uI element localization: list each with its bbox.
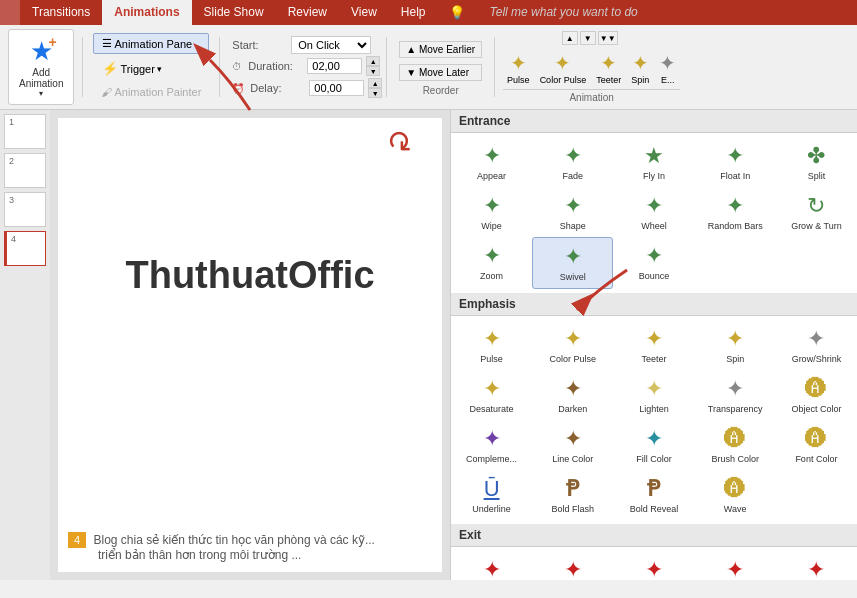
spin-preview[interactable]: ✦ Spin <box>627 49 653 87</box>
anim-preview-row: ✦ Pulse ✦ Color Pulse ✦ Teeter ✦ Spin <box>503 49 680 87</box>
anim-line-color[interactable]: ✦ Line Color <box>532 420 613 470</box>
delay-arrows: ▲ ▼ <box>368 78 382 98</box>
slide-thumb-1[interactable]: 1 <box>4 114 46 149</box>
effect5-label: E... <box>661 75 675 85</box>
anim-bounce[interactable]: ✦ Bounce <box>613 237 694 289</box>
pulse-icon: ✦ <box>483 326 501 352</box>
anim-swivel[interactable]: ✦ Swivel <box>532 237 613 289</box>
tab-review[interactable]: Review <box>276 0 339 25</box>
pulse-label: Pulse <box>507 75 530 85</box>
anim-exit-3[interactable]: ✦ <box>613 551 694 580</box>
teeter-preview[interactable]: ✦ Teeter <box>592 49 625 87</box>
duration-up[interactable]: ▲ <box>366 56 380 66</box>
anim-exit-1[interactable]: ✦ <box>451 551 532 580</box>
anim-split[interactable]: ✤ Split <box>776 137 857 187</box>
start-select[interactable]: On Click With Previous After Previous <box>291 36 371 54</box>
anim-exit-5[interactable]: ✦ <box>776 551 857 580</box>
anim-spin[interactable]: ✦ Spin <box>695 320 776 370</box>
spin-label: Spin <box>631 75 649 85</box>
line-color-icon: ✦ <box>564 426 582 452</box>
tab-slideshow[interactable]: Slide Show <box>192 0 276 25</box>
add-animation-label: AddAnimation <box>19 67 63 89</box>
anim-grow-shrink[interactable]: ✦ Grow/Shrink <box>776 320 857 370</box>
animation-dropdown-panel: Entrance ✦ Appear ✦ Fade ★ Fly In ✦ Floa… <box>450 110 857 580</box>
separator-2 <box>219 37 220 97</box>
anim-bold-reveal[interactable]: Ᵽ Bold Reveal <box>613 470 694 520</box>
desaturate-icon: ✦ <box>483 376 501 402</box>
slide-thumb-2[interactable]: 2 <box>4 153 46 188</box>
slide-thumb-3[interactable]: 3 <box>4 192 46 227</box>
color-pulse-preview[interactable]: ✦ Color Pulse <box>536 49 591 87</box>
entrance-header: Entrance <box>451 110 857 133</box>
slide-thumb-4[interactable]: 4 <box>4 231 46 266</box>
anim-brush-color[interactable]: 🅐 Brush Color <box>695 420 776 470</box>
underline-icon: Ū <box>484 476 500 502</box>
anim-darken[interactable]: ✦ Darken <box>532 370 613 420</box>
duration-down[interactable]: ▼ <box>366 66 380 76</box>
appear-icon: ✦ <box>483 143 501 169</box>
spin-icon: ✦ <box>726 326 744 352</box>
anim-appear[interactable]: ✦ Appear <box>451 137 532 187</box>
anim-transparency[interactable]: ✦ Transparency <box>695 370 776 420</box>
add-animation-button[interactable]: ★ + AddAnimation ▾ <box>8 29 74 105</box>
tab-help[interactable]: Help <box>389 0 438 25</box>
lighten-icon: ✦ <box>645 376 663 402</box>
tab-view[interactable]: View <box>339 0 389 25</box>
scroll-down-btn[interactable]: ▼ <box>580 31 596 45</box>
anim-exit-4[interactable]: ✦ <box>695 551 776 580</box>
anim-random-bars[interactable]: ✦ Random Bars <box>695 187 776 237</box>
animation-painter-button[interactable]: 🖌 Animation Painter <box>93 83 209 101</box>
color-pulse-icon: ✦ <box>554 51 571 75</box>
tab-home[interactable] <box>0 0 20 25</box>
anim-underline[interactable]: Ū Underline <box>451 470 532 520</box>
anim-shape[interactable]: ✦ Shape <box>532 187 613 237</box>
red-arrow-top: ↻ <box>387 123 412 158</box>
anim-wheel[interactable]: ✦ Wheel <box>613 187 694 237</box>
anim-fill-color[interactable]: ✦ Fill Color <box>613 420 694 470</box>
timing-panel: Start: On Click With Previous After Prev… <box>232 36 382 98</box>
anim-bold-flash[interactable]: Ᵽ Bold Flash <box>532 470 613 520</box>
tab-tellme[interactable]: Tell me what you want to do <box>477 0 649 25</box>
add-animation-dropdown-arrow: ▾ <box>39 89 43 98</box>
expand-btn[interactable]: ▼▼ <box>598 31 618 45</box>
move-later-button[interactable]: ▼ Move Later <box>399 64 482 81</box>
anim-desaturate[interactable]: ✦ Desaturate <box>451 370 532 420</box>
anim-wipe[interactable]: ✦ Wipe <box>451 187 532 237</box>
anim-object-color[interactable]: 🅐 Object Color <box>776 370 857 420</box>
tab-transitions[interactable]: Transitions <box>20 0 102 25</box>
anim-pulse[interactable]: ✦ Pulse <box>451 320 532 370</box>
ribbon-content-area: ★ + AddAnimation ▾ ☰ Animation Pane ⚡ Tr… <box>0 25 857 110</box>
anim-zoom[interactable]: ✦ Zoom <box>451 237 532 289</box>
anim-fade[interactable]: ✦ Fade <box>532 137 613 187</box>
anim-exit-2[interactable]: ✦ <box>532 551 613 580</box>
start-row: Start: On Click With Previous After Prev… <box>232 36 382 54</box>
emphasis-header: Emphasis <box>451 293 857 316</box>
tab-animations[interactable]: Animations <box>102 0 191 25</box>
animation-pane-button[interactable]: ☰ Animation Pane <box>93 33 209 54</box>
trigger-button[interactable]: ⚡ Trigger ▾ <box>93 57 209 80</box>
pulse-preview[interactable]: ✦ Pulse <box>503 49 534 87</box>
anim-grow-turn[interactable]: ↻ Grow & Turn <box>776 187 857 237</box>
main-area: 1 2 3 4 ThuthuatOffic 4 Blog chia sẻ kiế… <box>0 110 857 580</box>
teeter-icon: ✦ <box>600 51 617 75</box>
anim-wave[interactable]: 🅐 Wave <box>695 470 776 520</box>
animation-group-label[interactable]: Animation <box>503 89 680 103</box>
spin-icon: ✦ <box>632 51 649 75</box>
tab-lightbulb[interactable]: 💡 <box>437 0 477 25</box>
delay-down[interactable]: ▼ <box>368 88 382 98</box>
delay-up[interactable]: ▲ <box>368 78 382 88</box>
anim-lighten[interactable]: ✦ Lighten <box>613 370 694 420</box>
anim-fly-in[interactable]: ★ Fly In <box>613 137 694 187</box>
duration-input[interactable] <box>307 58 362 74</box>
anim-float-in[interactable]: ✦ Float In <box>695 137 776 187</box>
delay-input[interactable] <box>309 80 364 96</box>
anim-complementary[interactable]: ✦ Compleme... <box>451 420 532 470</box>
effect5-preview[interactable]: ✦ E... <box>655 49 680 87</box>
anim-teeter[interactable]: ✦ Teeter <box>613 320 694 370</box>
scroll-up-btn[interactable]: ▲ <box>562 31 578 45</box>
zoom-icon: ✦ <box>483 243 501 269</box>
move-earlier-button[interactable]: ▲ Move Earlier <box>399 41 482 58</box>
anim-color-pulse[interactable]: ✦ Color Pulse <box>532 320 613 370</box>
anim-font-color[interactable]: 🅐 Font Color <box>776 420 857 470</box>
bold-reveal-icon: Ᵽ <box>647 476 660 502</box>
